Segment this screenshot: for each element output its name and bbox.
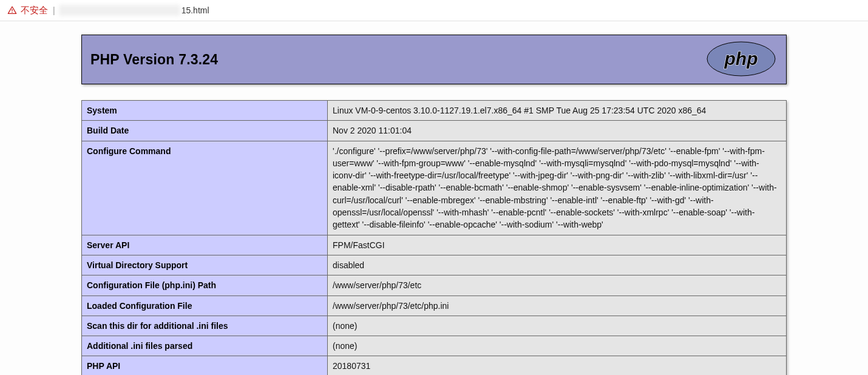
- phpinfo-table: SystemLinux VM-0-9-centos 3.10.0-1127.19…: [81, 100, 787, 375]
- table-row: Scan this dir for additional .ini files(…: [82, 316, 787, 336]
- svg-rect-0: [12, 9, 12, 11]
- row-label: Virtual Directory Support: [82, 255, 328, 275]
- row-label: Configure Command: [82, 141, 328, 235]
- table-row: Configuration File (php.ini) Path/www/se…: [82, 275, 787, 296]
- php-logo-icon: php: [705, 39, 778, 80]
- row-label: Configuration File (php.ini) Path: [82, 275, 328, 296]
- row-label: Scan this dir for additional .ini files: [82, 316, 328, 336]
- table-row: SystemLinux VM-0-9-centos 3.10.0-1127.19…: [82, 101, 787, 121]
- row-label: PHP API: [82, 356, 328, 375]
- separator: |: [53, 0, 55, 21]
- row-label: Additional .ini files parsed: [82, 336, 328, 356]
- row-label: Loaded Configuration File: [82, 296, 328, 316]
- page-title: PHP Version 7.3.24: [90, 52, 218, 68]
- row-value: /www/server/php/73/etc/php.ini: [328, 296, 787, 316]
- row-value: (none): [328, 336, 787, 356]
- table-row: Virtual Directory Supportdisabled: [82, 255, 787, 275]
- row-value: 20180731: [328, 356, 787, 375]
- row-value: (none): [328, 316, 787, 336]
- row-label: Server API: [82, 235, 328, 255]
- svg-rect-1: [12, 12, 12, 13]
- table-row: Loaded Configuration File/www/server/php…: [82, 296, 787, 316]
- php-header: PHP Version 7.3.24 php: [81, 35, 787, 84]
- row-value: Linux VM-0-9-centos 3.10.0-1127.19.1.el7…: [328, 101, 787, 121]
- table-row: Build DateNov 2 2020 11:01:04: [82, 121, 787, 141]
- row-value: Nov 2 2020 11:01:04: [328, 121, 787, 141]
- warning-triangle-icon: [7, 5, 17, 15]
- url-tail: 15.html: [181, 0, 209, 21]
- redacted-host: [59, 5, 180, 16]
- row-value: disabled: [328, 255, 787, 275]
- table-row: Configure Command'./configure' '--prefix…: [82, 141, 787, 235]
- php-logo-text: php: [724, 49, 758, 69]
- table-row: PHP API20180731: [82, 356, 787, 375]
- row-label: System: [82, 101, 328, 121]
- table-row: Additional .ini files parsed(none): [82, 336, 787, 356]
- row-value: /www/server/php/73/etc: [328, 275, 787, 296]
- insecure-label: 不安全: [21, 0, 48, 21]
- row-label: Build Date: [82, 121, 328, 141]
- row-value: './configure' '--prefix=/www/server/php/…: [328, 141, 787, 235]
- address-bar[interactable]: 不安全 | 15.html: [0, 0, 868, 21]
- table-row: Server APIFPM/FastCGI: [82, 235, 787, 255]
- row-value: FPM/FastCGI: [328, 235, 787, 255]
